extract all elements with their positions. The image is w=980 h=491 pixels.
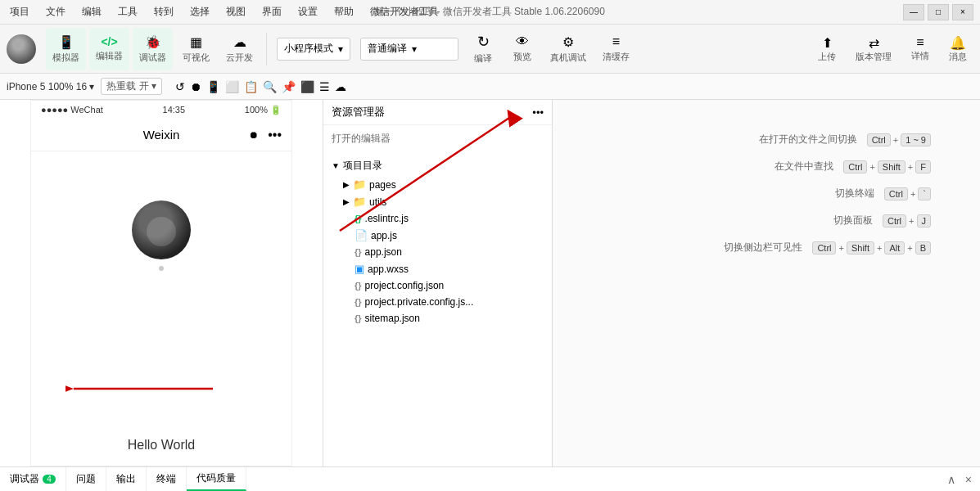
file-panel: 资源管理器 ••• 打开的编辑器 ▼ 项目目录 ▶ 📁 pages ▶ 📁 ut… — [323, 100, 553, 466]
menu-item-help[interactable]: 帮助 — [331, 3, 357, 20]
phone-icon[interactable]: 📱 — [206, 80, 220, 93]
time-text: 14:35 — [163, 105, 186, 115]
refresh-icon[interactable]: ↺ — [175, 80, 185, 93]
tab-output[interactable]: 输出 — [106, 467, 147, 491]
simulator-label: 模拟器 — [52, 52, 79, 64]
sitemap-file[interactable]: {} sitemap.json — [323, 310, 552, 327]
key-sep-2b: + — [908, 162, 913, 172]
phone-nav-bar: Weixin ••• ⏺ — [31, 119, 291, 151]
project-dir-label: 项目目录 — [343, 159, 382, 173]
detail-label: 详情 — [911, 50, 929, 62]
cloud-button[interactable]: ☁ 云开发 — [219, 28, 260, 70]
menu-item-view[interactable]: 视图 — [223, 3, 249, 20]
menu-item-settings[interactable]: 设置 — [295, 3, 321, 20]
close-button[interactable]: × — [952, 4, 973, 20]
shortcut-keys-2: Ctrl + Shift + F — [843, 160, 931, 173]
real-device-button[interactable]: ⚙ 真机调试 — [544, 28, 593, 70]
appjs-icon: 📄 — [355, 229, 368, 241]
upload-label: 上传 — [818, 51, 836, 63]
open-editor-label[interactable]: 打开的编辑器 — [323, 128, 552, 149]
grid-icon[interactable]: ⬛ — [300, 80, 314, 93]
tab-codequality[interactable]: 代码质量 — [187, 467, 246, 491]
pages-folder-icon: 📁 — [353, 178, 366, 191]
sitemap-icon: {} — [355, 313, 362, 323]
menu-item-file[interactable]: 文件 — [43, 3, 69, 20]
appjs-label: app.js — [371, 230, 397, 241]
tab-debugger-label: 调试器 — [10, 472, 39, 486]
mode-selector[interactable]: 小程序模式 ▾ — [277, 38, 350, 61]
search-icon[interactable]: 🔍 — [263, 80, 277, 93]
bell-icon: 🔔 — [950, 35, 966, 51]
second-toolbar-icons: ↺ ⏺ 📱 ⬜ 📋 🔍 📌 ⬛ ☰ ☁ — [175, 80, 346, 93]
menu-item-project[interactable]: 项目 — [7, 3, 33, 20]
close-panel-button[interactable]: × — [964, 471, 973, 488]
projectconfig-file[interactable]: {} project.config.json — [323, 277, 552, 294]
menu-item-tools[interactable]: 工具 — [115, 3, 141, 20]
appjson-label: app.json — [365, 246, 402, 258]
shortcut-desc-4: 切换面板 — [833, 214, 873, 227]
key-f-2: F — [915, 160, 931, 173]
tab-terminal[interactable]: 终端 — [147, 467, 187, 491]
appjson-file[interactable]: {} app.json — [323, 244, 552, 260]
pin-icon[interactable]: 📌 — [282, 80, 296, 93]
upload-button[interactable]: ⬆ 上传 — [811, 32, 842, 66]
compiler-selector[interactable]: 普通编译 ▾ — [360, 38, 458, 61]
compile-button[interactable]: ↻ 编译 — [465, 28, 501, 70]
visualize-icon: ▦ — [190, 34, 202, 50]
menu-item-edit[interactable]: 编辑 — [79, 3, 105, 20]
pages-folder[interactable]: ▶ 📁 pages — [323, 176, 552, 193]
projectconfig-icon: {} — [355, 281, 362, 291]
key-sep-5c: + — [907, 243, 912, 253]
key-sep-5a: + — [838, 243, 843, 253]
minimize-button[interactable]: — — [903, 4, 924, 20]
key-ctrl-1: Ctrl — [867, 133, 891, 146]
key-sep-3: + — [910, 189, 915, 199]
clear-cache-button[interactable]: ≡ 清缓存 — [596, 28, 636, 70]
clipboard-icon[interactable]: 📋 — [244, 80, 258, 93]
phone-nav-record[interactable]: ⏺ — [249, 129, 259, 141]
version-management-button[interactable]: ⇄ 版本管理 — [849, 32, 898, 66]
phone-nav-dots[interactable]: ••• — [268, 128, 282, 142]
eslintrc-file[interactable]: {} .eslintrc.js — [323, 210, 552, 227]
menu-item-interface[interactable]: 界面 — [259, 3, 285, 20]
simulator-button[interactable]: 📱 模拟器 — [46, 28, 86, 70]
key-sep-5b: + — [877, 243, 882, 253]
debugger-button[interactable]: 🐞 调试器 — [133, 28, 173, 70]
editor-button[interactable]: </> 编辑器 — [89, 28, 129, 70]
file-panel-more-icon[interactable]: ••• — [532, 106, 544, 119]
messages-button[interactable]: 🔔 消息 — [942, 32, 973, 66]
menu-icon[interactable]: ☰ — [319, 80, 330, 93]
tab-debugger[interactable]: 调试器 4 — [0, 467, 66, 491]
tab-issues[interactable]: 问题 — [66, 467, 106, 491]
project-dir-header[interactable]: ▼ 项目目录 — [323, 155, 552, 176]
record-icon[interactable]: ⏺ — [190, 80, 201, 93]
utils-folder[interactable]: ▶ 📁 utils — [323, 193, 552, 210]
shortcut-row-1: 在打开的文件之间切换 Ctrl + 1 ~ 9 — [553, 133, 931, 146]
appwxss-file[interactable]: ▣ app.wxss — [323, 260, 552, 277]
dot-indicator — [159, 266, 164, 271]
hello-world-text: Hello World — [31, 438, 291, 466]
device-info-text: iPhone 5 100% 16 ▾ — [7, 81, 94, 92]
collapse-panel-button[interactable]: ∧ — [946, 471, 957, 488]
detail-button[interactable]: ≡ 详情 — [905, 32, 936, 65]
visualize-button[interactable]: ▦ 可视化 — [176, 28, 216, 70]
appjs-file[interactable]: 📄 app.js — [323, 227, 552, 244]
device-info[interactable]: iPhone 5 100% 16 ▾ — [7, 81, 94, 92]
preview-button[interactable]: 👁 预览 — [504, 28, 540, 70]
projectprivate-file[interactable]: {} project.private.config.js... — [323, 294, 552, 310]
key-ctrl-5: Ctrl — [812, 241, 836, 255]
key-b-5: B — [915, 241, 931, 255]
phone-content — [31, 151, 291, 438]
projectconfig-label: project.config.json — [365, 280, 445, 291]
shortcut-desc-2: 在文件中查找 — [775, 160, 833, 173]
key-ctrl-4: Ctrl — [883, 214, 906, 227]
key-ctrl-2: Ctrl — [843, 160, 867, 173]
hotreload-button[interactable]: 热重载 开 ▾ — [101, 78, 162, 95]
maximize-button[interactable]: □ — [928, 4, 949, 20]
square-icon[interactable]: ⬜ — [225, 80, 239, 93]
debugger-icon: 🐞 — [145, 34, 161, 50]
menu-item-select[interactable]: 选择 — [187, 3, 213, 20]
user-avatar[interactable] — [7, 34, 36, 64]
menu-item-goto[interactable]: 转到 — [151, 3, 177, 20]
cloud-small-icon[interactable]: ☁ — [335, 80, 346, 93]
